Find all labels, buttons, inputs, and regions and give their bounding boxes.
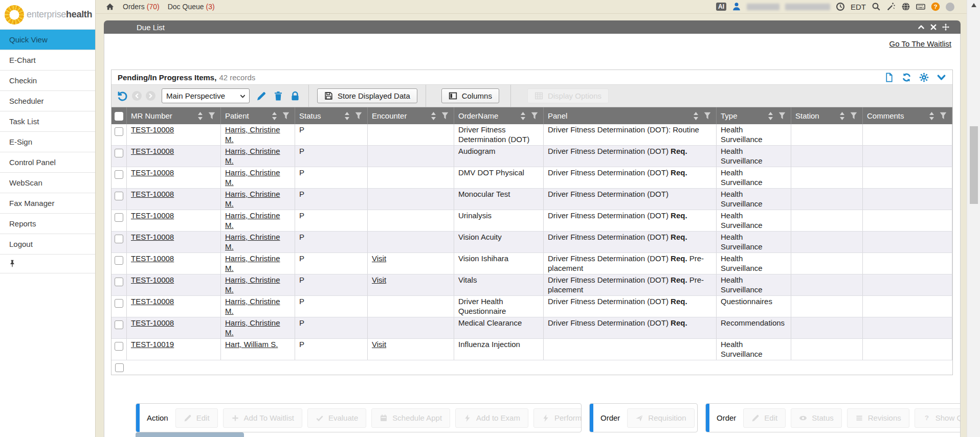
edit-perspective-icon[interactable]	[256, 91, 266, 101]
patient-link[interactable]: Harris, Christine M.	[225, 297, 280, 315]
patient-link[interactable]: Harris, Christine M.	[225, 147, 280, 165]
sort-icon[interactable]	[430, 112, 437, 120]
scrollbar-up-arrow-icon[interactable]	[971, 3, 976, 7]
sidebar-item-control-panel[interactable]: Control Panel	[0, 152, 95, 172]
sort-icon[interactable]	[271, 112, 278, 120]
sidebar-item-logout[interactable]: Logout	[0, 234, 95, 254]
patient-link[interactable]: Harris, Christine M.	[225, 211, 280, 229]
store-displayed-data-button[interactable]: Store Displayed Data	[317, 88, 417, 103]
footer-select-checkbox[interactable]	[115, 363, 124, 372]
mr-link[interactable]: TEST-10019	[131, 340, 174, 349]
perspective-select[interactable]: Main Perspective	[162, 88, 250, 103]
gear-icon[interactable]	[919, 73, 929, 82]
sidebar-item-e-sign[interactable]: E-Sign	[0, 131, 95, 152]
close-icon[interactable]	[930, 24, 937, 31]
nav-orders[interactable]: Orders (70)	[123, 3, 160, 11]
filter-funnel-icon[interactable]	[704, 112, 711, 120]
sort-icon[interactable]	[928, 112, 935, 120]
select-all-checkbox[interactable]	[115, 112, 123, 121]
columns-button[interactable]: Columns	[441, 88, 499, 103]
mr-link[interactable]: TEST-10008	[131, 190, 174, 198]
filter-funnel-icon[interactable]	[208, 112, 215, 120]
row-checkbox[interactable]	[115, 278, 123, 286]
patient-link[interactable]: Harris, Christine M.	[225, 125, 280, 144]
mr-link[interactable]: TEST-10008	[131, 233, 174, 241]
go-to-waitlist-link[interactable]: Go To The Waitlist	[889, 39, 951, 48]
sort-icon[interactable]	[767, 112, 774, 120]
move-icon[interactable]	[942, 24, 949, 31]
new-document-icon[interactable]	[884, 73, 894, 82]
sidebar-item-task-list[interactable]: Task List	[0, 111, 95, 131]
filter-funnel-icon[interactable]	[441, 112, 449, 120]
visit-link[interactable]: Visit	[372, 340, 386, 349]
row-checkbox[interactable]	[115, 299, 123, 308]
row-checkbox[interactable]	[115, 149, 123, 157]
patient-link[interactable]: Harris, Christine M.	[225, 233, 280, 251]
patient-link[interactable]: Harris, Christine M.	[225, 190, 280, 208]
wand-icon[interactable]	[886, 2, 896, 11]
globe-icon[interactable]	[901, 2, 910, 11]
visit-link[interactable]: Visit	[372, 275, 386, 284]
patient-link[interactable]: Harris, Christine M.	[225, 254, 280, 272]
nav-doc-queue[interactable]: Doc Queue (3)	[168, 3, 215, 11]
mr-link[interactable]: TEST-10008	[131, 318, 174, 327]
mr-link[interactable]: TEST-10008	[131, 147, 174, 155]
sort-icon[interactable]	[197, 112, 204, 120]
undo-icon[interactable]	[117, 90, 128, 102]
ai-badge[interactable]: AI	[716, 3, 726, 11]
sort-icon[interactable]	[839, 112, 845, 120]
vertical-scrollbar[interactable]	[967, 0, 980, 437]
lock-icon[interactable]	[290, 91, 300, 101]
mr-link[interactable]: TEST-10008	[131, 168, 174, 177]
window-titlebar[interactable]: Due List	[104, 20, 961, 34]
visit-link[interactable]: Visit	[372, 254, 386, 263]
row-checkbox[interactable]	[115, 213, 123, 222]
sidebar-item-quick-view[interactable]: Quick View	[0, 29, 95, 50]
patient-cell: Harris, Christine M.	[221, 253, 295, 274]
sort-icon[interactable]	[344, 112, 350, 120]
filter-funnel-icon[interactable]	[531, 112, 538, 120]
filter-funnel-icon[interactable]	[355, 112, 362, 120]
row-checkbox[interactable]	[115, 127, 123, 136]
sidebar-item-fax-manager[interactable]: Fax Manager	[0, 193, 95, 213]
row-checkbox[interactable]	[115, 170, 123, 179]
search-icon[interactable]	[872, 2, 881, 11]
scrollbar-thumb[interactable]	[970, 126, 978, 204]
sidebar-item-reports[interactable]: Reports	[0, 213, 95, 234]
filter-funnel-icon[interactable]	[282, 112, 289, 120]
avatar[interactable]	[946, 3, 954, 11]
sidebar-item-scheduler[interactable]: Scheduler	[0, 90, 95, 111]
row-checkbox[interactable]	[115, 342, 123, 351]
sidebar-item-webscan[interactable]: WebScan	[0, 172, 95, 193]
row-checkbox[interactable]	[115, 256, 123, 265]
mr-link[interactable]: TEST-10008	[131, 211, 174, 220]
mr-link[interactable]: TEST-10008	[131, 297, 174, 306]
sidebar-item-e-chart[interactable]: E-Chart	[0, 50, 95, 70]
row-checkbox[interactable]	[115, 320, 123, 329]
patient-link[interactable]: Harris, Christine M.	[225, 318, 280, 337]
keyboard-icon[interactable]	[916, 2, 925, 11]
patient-link[interactable]: Harris, Christine M.	[225, 275, 280, 294]
help-icon[interactable]: ?	[931, 2, 940, 11]
row-checkbox[interactable]	[115, 192, 123, 200]
user-icon[interactable]	[732, 2, 741, 11]
sidebar-item-checkin[interactable]: Checkin	[0, 70, 95, 90]
mr-link[interactable]: TEST-10008	[131, 125, 174, 134]
sort-icon[interactable]	[520, 112, 526, 120]
status-value: P	[299, 211, 304, 220]
patient-link[interactable]: Harris, Christine M.	[225, 168, 280, 187]
collapse-icon[interactable]	[918, 24, 925, 31]
chevron-down-icon[interactable]	[937, 73, 946, 82]
filter-funnel-icon[interactable]	[940, 112, 947, 120]
mr-link[interactable]: TEST-10008	[131, 254, 174, 263]
patient-link[interactable]: Hart, William S.	[225, 340, 278, 349]
filter-funnel-icon[interactable]	[850, 112, 857, 120]
filter-funnel-icon[interactable]	[778, 112, 786, 120]
mr-link[interactable]: TEST-10008	[131, 275, 174, 284]
row-checkbox[interactable]	[115, 235, 123, 243]
sort-icon[interactable]	[693, 112, 699, 120]
home-icon[interactable]	[105, 2, 115, 11]
delete-perspective-icon[interactable]	[273, 91, 283, 101]
sidebar-pin-row[interactable]	[0, 254, 95, 273]
refresh-icon[interactable]	[902, 73, 911, 82]
